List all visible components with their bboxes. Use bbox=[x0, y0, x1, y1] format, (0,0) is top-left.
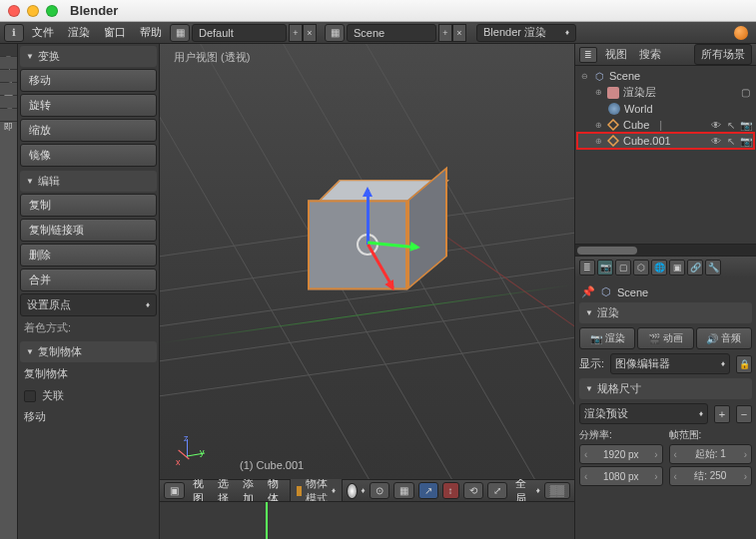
props-type-icon[interactable]: ≣ bbox=[579, 260, 595, 275]
scene-icon: ⬡ bbox=[592, 69, 606, 83]
translate-button[interactable]: 移动 bbox=[20, 69, 157, 92]
tree-cube-001[interactable]: ⊕ Cube.001 👁 ↖ 📷 bbox=[577, 133, 754, 149]
layout-add-icon[interactable]: + bbox=[289, 24, 303, 42]
tab-tools[interactable]: 工具 bbox=[0, 44, 17, 57]
properties-panel: 📌 ⬡ Scene 渲染 📷渲染 🎬动画 🔊音频 显示: 图像编辑器♦ 🔒 规格… bbox=[575, 277, 756, 539]
duplicate-linked-button[interactable]: 复制链接项 bbox=[20, 219, 157, 242]
delete-button[interactable]: 删除 bbox=[20, 244, 157, 267]
manipulator-scale-icon[interactable]: ⤢ bbox=[487, 482, 507, 499]
linked-checkbox[interactable] bbox=[24, 390, 36, 402]
shading-label: 着色方式: bbox=[20, 318, 157, 337]
camera-icon[interactable]: 📷 bbox=[739, 136, 752, 147]
frame-start[interactable]: 起始: 1 bbox=[669, 444, 753, 464]
playhead[interactable] bbox=[266, 502, 268, 539]
layout-del-icon[interactable]: × bbox=[303, 24, 317, 42]
lock-icon[interactable]: 🔒 bbox=[736, 355, 752, 373]
frame-range-label: 帧范围: bbox=[669, 428, 753, 442]
layout-browse-icon[interactable]: ▦ bbox=[170, 24, 190, 42]
shading-mode-icon[interactable] bbox=[347, 483, 357, 499]
mirror-button[interactable]: 镜像 bbox=[20, 144, 157, 167]
display-select[interactable]: 图像编辑器♦ bbox=[610, 353, 730, 374]
outliner-menu-search[interactable]: 搜索 bbox=[635, 47, 665, 62]
layers-icon[interactable]: ▦ bbox=[393, 482, 414, 499]
props-layers-icon[interactable]: ▢ bbox=[615, 260, 631, 275]
panel-render-header[interactable]: 渲染 bbox=[579, 302, 752, 323]
render-button[interactable]: 📷渲染 bbox=[579, 327, 635, 349]
camera-icon[interactable]: 📷 bbox=[739, 120, 752, 131]
resolution-y[interactable]: 1080 px bbox=[579, 466, 663, 486]
render-preset-select[interactable]: 渲染预设♦ bbox=[579, 403, 708, 424]
cursor-icon[interactable]: ↖ bbox=[724, 120, 737, 131]
audio-button[interactable]: 🔊音频 bbox=[696, 327, 752, 349]
menu-help[interactable]: 帮助 bbox=[134, 25, 168, 40]
eye-icon[interactable]: 👁 bbox=[709, 136, 722, 147]
zoom-window[interactable] bbox=[46, 5, 58, 17]
cursor-icon[interactable]: ↖ bbox=[724, 136, 737, 147]
outliner[interactable]: ⊖⬡ Scene ⊕ 渲染层 ▢ World ⊕ Cube | bbox=[575, 66, 756, 244]
linked-checkbox-row[interactable]: 关联 bbox=[20, 385, 157, 406]
eye-icon[interactable]: 👁 bbox=[709, 120, 722, 131]
preset-del-icon[interactable]: − bbox=[736, 405, 752, 423]
manipulator-translate-icon[interactable]: ↕ bbox=[442, 482, 459, 499]
join-button[interactable]: 合并 bbox=[20, 269, 157, 291]
tab-create[interactable]: 创建 bbox=[0, 57, 17, 70]
editor-type-icon[interactable]: ℹ bbox=[4, 24, 24, 42]
panel-dimensions-header[interactable]: 规格尺寸 bbox=[579, 378, 752, 399]
manipulator-toggle-icon[interactable]: ↗ bbox=[418, 482, 438, 499]
tree-scene[interactable]: ⊖⬡ Scene bbox=[577, 68, 754, 84]
scale-button[interactable]: 缩放 bbox=[20, 119, 157, 142]
props-world-icon[interactable]: 🌐 bbox=[651, 260, 667, 275]
tree-world[interactable]: World bbox=[577, 101, 754, 117]
engine-select[interactable]: Blender 渲染♦ bbox=[476, 24, 576, 42]
close-window[interactable] bbox=[8, 5, 20, 17]
rotate-button[interactable]: 旋转 bbox=[20, 94, 157, 117]
resolution-x[interactable]: 1920 px bbox=[579, 444, 663, 464]
panel-dup-header[interactable]: 复制物体 bbox=[20, 341, 157, 362]
frame-end[interactable]: 结: 250 bbox=[669, 466, 753, 486]
timeline[interactable] bbox=[160, 501, 574, 539]
tab-relations[interactable]: 关系 bbox=[0, 70, 17, 83]
manipulator-rotate-icon[interactable]: ⟲ bbox=[463, 482, 483, 499]
duplicate-button[interactable]: 复制 bbox=[20, 194, 157, 217]
speaker-icon: 🔊 bbox=[706, 333, 718, 344]
panel-transform-header[interactable]: 变换 bbox=[20, 46, 157, 67]
outliner-type-icon[interactable]: ≣ bbox=[579, 47, 597, 63]
scene-add-icon[interactable]: + bbox=[438, 24, 452, 42]
tree-cube[interactable]: ⊕ Cube | 👁 ↖ 📷 bbox=[577, 117, 754, 133]
set-origin-select[interactable]: 设置原点♦ bbox=[20, 293, 157, 316]
tree-render-layers[interactable]: ⊕ 渲染层 ▢ bbox=[577, 84, 754, 101]
tab-physics[interactable]: 物理 bbox=[0, 96, 17, 109]
menu-render[interactable]: 渲染 bbox=[62, 25, 96, 40]
outliner-menu-view[interactable]: 视图 bbox=[601, 47, 631, 62]
props-render-icon[interactable]: 📷 bbox=[597, 260, 613, 275]
outliner-display-mode[interactable]: 所有场景 bbox=[694, 44, 752, 65]
props-scene-icon[interactable]: ⬡ bbox=[633, 260, 649, 275]
editor-type-3d-icon[interactable]: ▣ bbox=[164, 482, 185, 499]
active-object-label: (1) Cube.001 bbox=[240, 459, 304, 471]
minimize-window[interactable] bbox=[27, 5, 39, 17]
layers-widget[interactable]: ▒▒ bbox=[544, 482, 570, 499]
props-object-icon[interactable]: ▣ bbox=[669, 260, 685, 275]
scene-field[interactable]: Scene bbox=[347, 24, 436, 42]
outliner-scrollbar[interactable] bbox=[575, 244, 756, 256]
tab-animation[interactable]: 动画 bbox=[0, 83, 17, 96]
props-modifier-icon[interactable]: 🔧 bbox=[705, 260, 721, 275]
preset-add-icon[interactable]: + bbox=[714, 405, 730, 423]
animation-button[interactable]: 🎬动画 bbox=[637, 327, 693, 349]
viewport-3d[interactable]: 用户视图 (透视) bbox=[160, 44, 574, 479]
panel-edit-header[interactable]: 编辑 bbox=[20, 171, 157, 192]
scene-del-icon[interactable]: × bbox=[452, 24, 466, 42]
pin-icon[interactable]: 📌 bbox=[581, 285, 595, 298]
blender-logo-icon bbox=[734, 26, 748, 40]
manipulator-z[interactable] bbox=[367, 190, 370, 245]
menu-file[interactable]: 文件 bbox=[26, 25, 60, 40]
breadcrumb[interactable]: Scene bbox=[617, 286, 648, 298]
pivot-icon[interactable]: ⊙ bbox=[370, 482, 389, 499]
menu-window[interactable]: 窗口 bbox=[98, 25, 132, 40]
tab-grease[interactable]: 即 bbox=[0, 109, 17, 122]
renderlayer-toggle-icon[interactable]: ▢ bbox=[739, 87, 752, 98]
props-constraint-icon[interactable]: 🔗 bbox=[687, 260, 703, 275]
scene-browse-icon[interactable]: ▦ bbox=[325, 24, 345, 42]
layout-field[interactable]: Default bbox=[192, 24, 287, 42]
clapper-icon: 🎬 bbox=[648, 333, 660, 344]
